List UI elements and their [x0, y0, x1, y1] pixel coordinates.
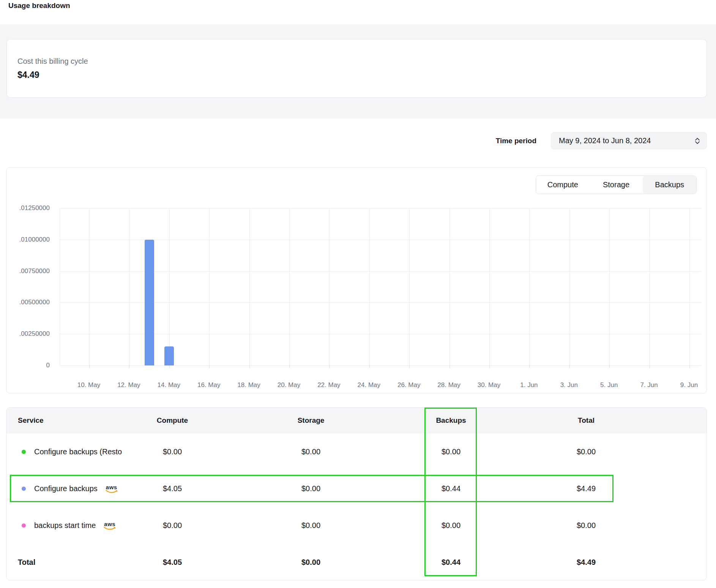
bar-chart-plot [60, 208, 701, 365]
tab-backups[interactable]: Backups [643, 176, 696, 194]
usage-breakdown-page: Usage breakdown Cost this billing cycle … [0, 0, 716, 588]
usage-table: Service Compute Storage Backups Total Co… [6, 407, 707, 580]
aws-logo: aws [103, 521, 116, 530]
compute-value: $0.00 [117, 507, 227, 544]
x-tick-mark [209, 365, 210, 368]
x-tick-mark [249, 365, 250, 368]
x-axis-labels: 10. May12. May14. May16. May18. May20. M… [60, 381, 701, 390]
x-tick-label: 20. May [268, 381, 310, 390]
y-tick-label: .00250000 [6, 330, 50, 338]
y-tick-label: 0 [6, 361, 50, 370]
time-period-value: May 9, 2024 to Jun 8, 2024 [559, 136, 651, 145]
x-tick-mark [409, 365, 410, 368]
table-row: backups start timeaws$0.00$0.00$0.00$0.0… [6, 507, 707, 544]
x-tick-label: 18. May [228, 381, 270, 390]
x-gridline [289, 208, 290, 365]
x-tick-label: 7. Jun [628, 381, 670, 390]
x-gridline [609, 208, 610, 365]
aws-logo: aws [105, 484, 118, 493]
usage-chart-panel: ComputeStorageBackups .01250000.01000000… [6, 167, 707, 394]
tab-storage[interactable]: Storage [590, 176, 643, 194]
x-tick-label: 22. May [308, 381, 350, 390]
select-chevrons-icon [694, 137, 700, 145]
time-period-row: Time period May 9, 2024 to Jun 8, 2024 [0, 132, 707, 149]
x-tick-mark [689, 365, 690, 368]
x-tick-label: 28. May [428, 381, 470, 390]
x-gridline [249, 208, 250, 365]
aws-swoosh-icon [105, 489, 118, 493]
col-header-compute: Compute [117, 408, 227, 433]
x-tick-label: 9. Jun [668, 381, 710, 390]
storage-value: $0.00 [256, 470, 366, 507]
storage-value: $0.00 [256, 507, 366, 544]
x-tick-mark [169, 365, 170, 368]
aws-swoosh-icon [103, 526, 116, 530]
col-header-backups: Backups [396, 408, 506, 433]
y-gridline [60, 302, 701, 303]
total-value: $4.49 [531, 470, 641, 507]
total-storage-value: $0.00 [256, 544, 366, 580]
x-gridline [409, 208, 410, 365]
y-gridline [60, 271, 701, 272]
x-tick-mark [569, 365, 570, 368]
x-tick-mark [89, 365, 90, 368]
x-tick-mark [369, 365, 370, 368]
total-value: $0.00 [531, 433, 641, 470]
backups-value: $0.44 [396, 470, 506, 507]
storage-value: $0.00 [256, 433, 366, 470]
x-tick-mark [129, 365, 129, 368]
total-value: $0.00 [531, 507, 641, 544]
x-tick-label: 1. Jun [508, 381, 550, 390]
x-tick-mark [609, 365, 610, 368]
x-gridline [449, 208, 450, 365]
x-tick-label: 3. Jun [548, 381, 590, 390]
page-title: Usage breakdown [8, 2, 70, 10]
x-gridline [650, 208, 650, 365]
y-tick-label: .01250000 [6, 204, 50, 212]
service-name: Configure backups [34, 484, 98, 493]
x-tick-mark [650, 365, 650, 368]
time-period-select[interactable]: May 9, 2024 to Jun 8, 2024 [551, 132, 707, 149]
table-row: Configure backups (Resto$0.00$0.00$0.00$… [6, 433, 707, 470]
y-tick-label: .01000000 [6, 236, 50, 244]
x-tick-label: 30. May [468, 381, 510, 390]
cost-card-value: $4.49 [17, 70, 39, 80]
x-gridline [489, 208, 490, 365]
y-gridline [60, 240, 701, 240]
x-gridline [89, 208, 90, 365]
y-gridline [60, 365, 701, 366]
x-tick-mark [489, 365, 490, 368]
table-total-row: Total $4.05 $0.00 $0.44 $4.49 [6, 544, 707, 580]
tab-compute[interactable]: Compute [536, 176, 590, 194]
summary-section: Cost this billing cycle $4.49 [0, 24, 716, 119]
y-gridline [60, 208, 701, 209]
table-header-row: Service Compute Storage Backups Total [6, 408, 707, 433]
col-header-total: Total [531, 408, 641, 433]
x-tick-label: 24. May [348, 381, 390, 390]
cost-card: Cost this billing cycle $4.49 [6, 39, 707, 98]
compute-value: $4.05 [117, 470, 227, 507]
x-gridline [329, 208, 330, 365]
col-header-storage: Storage [256, 408, 366, 433]
table-row: Configure backupsaws$4.05$0.00$0.44$4.49 [6, 470, 707, 507]
y-axis-labels: .01250000.01000000.00750000.00500000.002… [6, 208, 50, 365]
chart-bar-13-may [145, 240, 154, 365]
table-body: Configure backups (Resto$0.00$0.00$0.00$… [6, 433, 707, 544]
series-color-dot [22, 487, 26, 491]
x-tick-label: 5. Jun [588, 381, 630, 390]
x-gridline [569, 208, 570, 365]
total-backups-value: $0.44 [396, 544, 506, 580]
y-tick-label: .00500000 [6, 298, 50, 307]
backups-value: $0.00 [396, 507, 506, 544]
x-gridline [169, 208, 170, 365]
x-tick-mark [449, 365, 450, 368]
x-tick-mark [529, 365, 530, 368]
x-tick-label: 10. May [68, 381, 110, 390]
y-gridline [60, 334, 701, 334]
chart-bar-14-may [164, 346, 174, 365]
x-tick-label: 16. May [188, 381, 230, 390]
x-tick-label: 12. May [108, 381, 150, 390]
x-gridline [129, 208, 129, 365]
compute-value: $0.00 [117, 433, 227, 470]
cost-card-label: Cost this billing cycle [17, 57, 88, 66]
